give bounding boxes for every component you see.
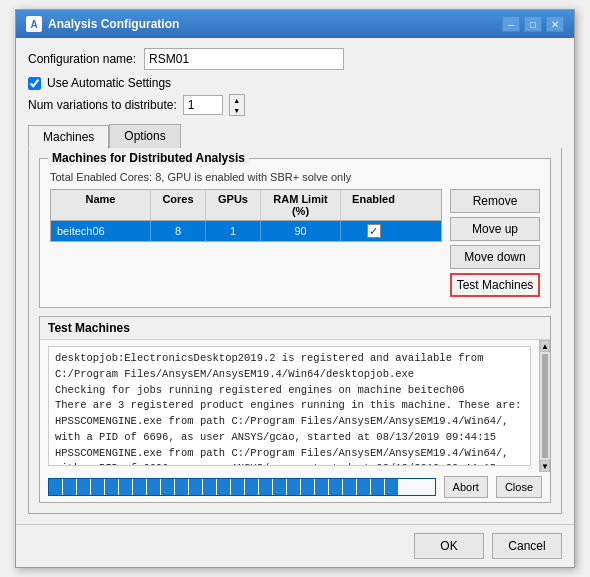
progress-seg-7 xyxy=(133,479,147,495)
progress-seg-10 xyxy=(175,479,189,495)
progress-seg-21 xyxy=(329,479,343,495)
progress-area: Abort Close xyxy=(40,472,550,502)
cell-gpus: 1 xyxy=(206,221,261,241)
config-name-label: Configuration name: xyxy=(28,52,136,66)
abort-button[interactable]: Abort xyxy=(444,476,488,498)
cell-ram: 90 xyxy=(261,221,341,241)
close-window-button[interactable]: ✕ xyxy=(546,16,564,32)
test-output-wrapper: desktopjob:ElectronicsDesktop2019.2 is r… xyxy=(40,340,550,472)
analysis-config-dialog: A Analysis Configuration – □ ✕ Configura… xyxy=(15,9,575,568)
num-variations-input[interactable] xyxy=(183,95,223,115)
tab-machines[interactable]: Machines xyxy=(28,125,109,149)
cancel-button[interactable]: Cancel xyxy=(492,533,562,559)
test-machines-button[interactable]: Test Machines xyxy=(450,273,540,297)
auto-settings-checkbox[interactable] xyxy=(28,77,41,90)
dialog-content: Configuration name: Use Automatic Settin… xyxy=(16,38,574,524)
table-header: Name Cores GPUs RAM Limit (%) Enabled xyxy=(51,190,441,221)
progress-seg-8 xyxy=(147,479,161,495)
dialog-footer: OK Cancel xyxy=(16,524,574,567)
progress-seg-11 xyxy=(189,479,203,495)
progress-seg-23 xyxy=(357,479,371,495)
progress-seg-20 xyxy=(315,479,329,495)
machines-table: Name Cores GPUs RAM Limit (%) Enabled be… xyxy=(50,189,442,242)
progress-seg-5 xyxy=(105,479,119,495)
progress-seg-16 xyxy=(259,479,273,495)
progress-seg-22 xyxy=(343,479,357,495)
progress-seg-6 xyxy=(119,479,133,495)
auto-settings-row: Use Automatic Settings xyxy=(28,76,562,90)
progress-seg-2 xyxy=(63,479,77,495)
progress-seg-25 xyxy=(385,479,399,495)
col-header-ram: RAM Limit (%) xyxy=(261,190,341,220)
ok-button[interactable]: OK xyxy=(414,533,484,559)
tabs-bar: Machines Options xyxy=(28,124,562,148)
test-panel-title: Test Machines xyxy=(40,317,550,340)
test-machines-panel: Test Machines desktopjob:ElectronicsDesk… xyxy=(39,316,551,503)
cell-name: beitech06 xyxy=(51,221,151,241)
window-icon: A xyxy=(26,16,42,32)
machines-group-box: Machines for Distributed Analysis Total … xyxy=(39,158,551,308)
col-header-name: Name xyxy=(51,190,151,220)
test-output-scrollbar[interactable]: ▲ ▼ xyxy=(539,340,550,472)
progress-seg-14 xyxy=(231,479,245,495)
progress-seg-24 xyxy=(371,479,385,495)
progress-seg-12 xyxy=(203,479,217,495)
window-title: Analysis Configuration xyxy=(48,17,179,31)
enabled-checkbox-cell[interactable]: ✓ xyxy=(367,224,381,238)
config-name-input[interactable] xyxy=(144,48,344,70)
progress-seg-13 xyxy=(217,479,231,495)
progress-seg-3 xyxy=(77,479,91,495)
num-variations-spinner: ▲ ▼ xyxy=(229,94,245,116)
remove-button[interactable]: Remove xyxy=(450,189,540,213)
num-variations-row: Num variations to distribute: ▲ ▼ xyxy=(28,94,562,116)
cell-cores: 8 xyxy=(151,221,206,241)
minimize-button[interactable]: – xyxy=(502,16,520,32)
move-up-button[interactable]: Move up xyxy=(450,217,540,241)
tab-content-machines: Machines for Distributed Analysis Total … xyxy=(28,148,562,514)
checkmark-icon: ✓ xyxy=(369,225,378,238)
cell-enabled: ✓ xyxy=(341,221,406,241)
spinner-up-button[interactable]: ▲ xyxy=(230,95,244,105)
info-text: Total Enabled Cores: 8, GPU is enabled w… xyxy=(50,171,540,183)
num-variations-label: Num variations to distribute: xyxy=(28,98,177,112)
title-bar: A Analysis Configuration – □ ✕ xyxy=(16,10,574,38)
test-close-button[interactable]: Close xyxy=(496,476,542,498)
scroll-up-arrow[interactable]: ▲ xyxy=(540,340,550,352)
tab-options[interactable]: Options xyxy=(109,124,180,148)
progress-seg-19 xyxy=(301,479,315,495)
progress-seg-15 xyxy=(245,479,259,495)
progress-bar xyxy=(48,478,436,496)
progress-seg-9 xyxy=(161,479,175,495)
spinner-down-button[interactable]: ▼ xyxy=(230,105,244,115)
col-header-gpus: GPUs xyxy=(206,190,261,220)
move-down-button[interactable]: Move down xyxy=(450,245,540,269)
side-buttons: Remove Move up Move down Test Machines xyxy=(450,189,540,297)
machines-layout: Name Cores GPUs RAM Limit (%) Enabled be… xyxy=(50,189,540,297)
col-header-enabled: Enabled xyxy=(341,190,406,220)
config-name-row: Configuration name: xyxy=(28,48,562,70)
auto-settings-label: Use Automatic Settings xyxy=(47,76,171,90)
maximize-button[interactable]: □ xyxy=(524,16,542,32)
progress-seg-4 xyxy=(91,479,105,495)
col-header-cores: Cores xyxy=(151,190,206,220)
progress-seg-1 xyxy=(49,479,63,495)
machines-group-title: Machines for Distributed Analysis xyxy=(48,151,249,165)
table-row[interactable]: beitech06 8 1 90 ✓ xyxy=(51,221,441,241)
scroll-thumb[interactable] xyxy=(542,354,548,458)
test-output[interactable]: desktopjob:ElectronicsDesktop2019.2 is r… xyxy=(48,346,531,466)
progress-seg-17 xyxy=(273,479,287,495)
scroll-down-arrow[interactable]: ▼ xyxy=(540,460,550,472)
progress-seg-18 xyxy=(287,479,301,495)
